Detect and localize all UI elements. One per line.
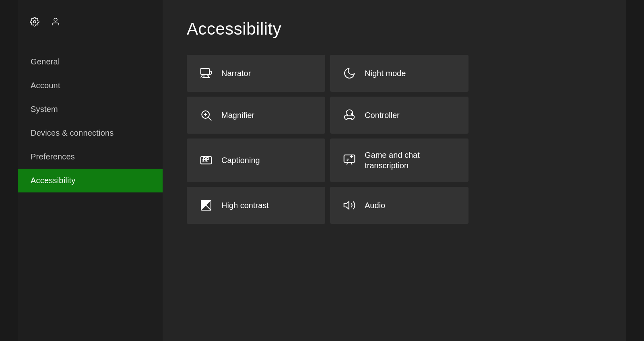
captioning-label: Captioning [221,155,260,165]
sidebar-item-general[interactable]: General [18,50,163,74]
page-title: Accessibility [187,19,602,39]
gear-icon [30,17,39,27]
sidebar: General Account System Devices & connect… [18,0,163,341]
right-border [626,0,644,341]
sidebar-item-devices[interactable]: Devices & connections [18,121,163,145]
svg-text:CC: CC [202,158,208,163]
narrator-label: Narrator [221,68,251,79]
sidebar-nav: General Account System Devices & connect… [18,50,163,192]
captioning-icon: CC [199,153,213,167]
svg-point-0 [33,21,36,23]
high-contrast-tile[interactable]: High contrast [187,187,325,224]
sidebar-item-account[interactable]: Account [18,74,163,97]
user-icon-button[interactable] [48,14,63,29]
magnifier-label: Magnifier [221,110,254,120]
svg-point-1 [54,18,57,21]
audio-icon [342,198,357,213]
left-border [0,0,18,341]
controller-label: Controller [365,110,400,120]
app-container: General Account System Devices & connect… [18,0,626,341]
svg-point-12 [351,114,352,114]
game-chat-label: Game and chat transcription [365,150,456,171]
controller-icon [342,108,357,122]
user-icon [51,17,60,27]
sidebar-item-system[interactable]: System [18,97,163,121]
audio-tile[interactable]: Audio [330,187,469,224]
game-chat-icon [342,153,357,167]
svg-point-13 [352,115,353,116]
accessibility-grid: Narrator Night mode [187,55,469,224]
svg-rect-2 [201,68,209,74]
narrator-icon [199,66,213,81]
main-content: Accessibility Narrator [163,0,626,341]
narrator-tile[interactable]: Narrator [187,55,325,92]
sidebar-icons [18,8,163,42]
sidebar-item-accessibility[interactable]: Accessibility [18,169,163,192]
controller-tile[interactable]: Controller [330,97,469,134]
settings-icon-button[interactable] [27,14,42,29]
magnifier-icon [199,108,213,122]
night-mode-tile[interactable]: Night mode [330,55,469,92]
night-mode-icon [342,66,357,81]
svg-line-7 [208,118,211,120]
high-contrast-icon [199,198,213,213]
audio-label: Audio [365,200,385,211]
game-chat-tile[interactable]: Game and chat transcription [330,138,469,182]
magnifier-tile[interactable]: Magnifier [187,97,325,134]
captioning-tile[interactable]: CC Captioning [187,138,325,182]
svg-marker-19 [344,202,349,209]
sidebar-item-preferences[interactable]: Preferences [18,145,163,169]
high-contrast-label: High contrast [221,200,269,211]
night-mode-label: Night mode [365,68,406,79]
